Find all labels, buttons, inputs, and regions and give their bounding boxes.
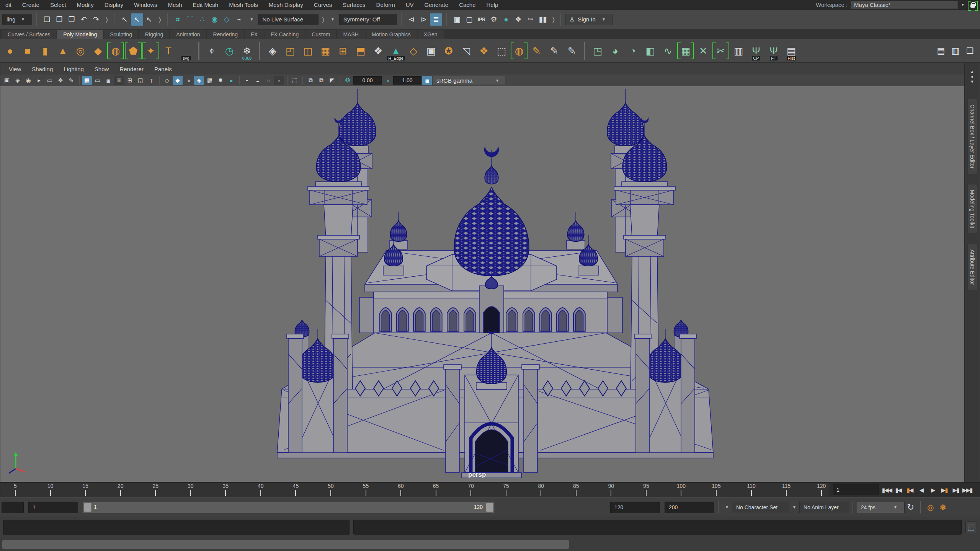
- time-tick-30[interactable]: 30: [183, 483, 198, 496]
- snap-point-icon[interactable]: ∴: [196, 13, 208, 26]
- triangulate-icon[interactable]: ❖: [370, 41, 387, 61]
- menu-display[interactable]: Display: [99, 0, 129, 10]
- poly-cube-icon[interactable]: ■: [19, 41, 36, 61]
- panel-menu-show[interactable]: Show: [89, 66, 114, 72]
- poly-cone-icon[interactable]: ▲: [54, 41, 71, 61]
- exposure-aperture-icon[interactable]: ❂: [343, 76, 353, 85]
- gate-mask-icon[interactable]: ▣: [114, 76, 124, 85]
- dock-down-icon[interactable]: ▼: [970, 80, 974, 83]
- select-camera-icon[interactable]: ▣: [2, 76, 12, 85]
- toggle-attribute-editor-icon[interactable]: ▤: [935, 45, 947, 57]
- time-tick-95[interactable]: 95: [639, 483, 654, 496]
- construction-aim-icon[interactable]: ⌖: [203, 41, 220, 61]
- time-tick-55[interactable]: 55: [358, 483, 374, 496]
- anti-alias-icon[interactable]: ▪: [274, 76, 284, 85]
- go-to-end-button[interactable]: ▶▶▮: [962, 484, 973, 496]
- range-start-handle[interactable]: [84, 503, 91, 512]
- ft-axis-icon[interactable]: ΨFT: [765, 41, 782, 61]
- input-connections-icon[interactable]: ⊲: [405, 13, 418, 26]
- circularize-icon[interactable]: ✪: [440, 41, 457, 61]
- dock-handle-icon[interactable]: ●: [971, 75, 973, 78]
- separator[interactable]: [36, 13, 38, 26]
- gamma-contrast-icon[interactable]: ◑: [382, 76, 392, 85]
- time-tick-50[interactable]: 50: [323, 483, 338, 496]
- wireframe-icon[interactable]: ◇: [162, 76, 172, 85]
- gamma-field[interactable]: 1.00: [393, 76, 421, 85]
- output-connections-icon[interactable]: ⊳: [418, 13, 430, 26]
- time-tick-85[interactable]: 85: [568, 483, 584, 496]
- mirror-icon[interactable]: ◫: [299, 41, 316, 61]
- shaded-icon[interactable]: ◆: [173, 76, 183, 85]
- textured-icon[interactable]: ◑: [183, 76, 193, 85]
- uv-plane-icon[interactable]: ◳: [589, 41, 606, 61]
- time-tick-15[interactable]: 15: [78, 483, 93, 496]
- range-slider-track[interactable]: 1 120: [83, 502, 495, 513]
- step-back-frame-button[interactable]: ▮◀: [904, 484, 915, 496]
- cp-axis-icon[interactable]: ΨCP: [748, 41, 764, 61]
- bookmark-icon[interactable]: ▸: [34, 76, 44, 85]
- play-backward-button[interactable]: ◀: [916, 484, 927, 496]
- poly-cylinder-icon[interactable]: ▮: [37, 41, 54, 61]
- grease-pencil-icon[interactable]: ✎: [66, 76, 76, 85]
- time-tick-70[interactable]: 70: [463, 483, 479, 496]
- workspace-lock-button[interactable]: [968, 1, 978, 9]
- uv-cube-icon[interactable]: ◧: [642, 41, 659, 61]
- target-weld-icon[interactable]: ▣: [423, 41, 439, 61]
- safe-title-icon[interactable]: T: [146, 76, 156, 85]
- step-forward-key-button[interactable]: ▶▮: [950, 484, 961, 496]
- viewport-canvas[interactable]: [0, 86, 964, 482]
- snap-projected-center-icon[interactable]: ◉: [208, 13, 220, 26]
- select-component-icon[interactable]: ↖: [143, 13, 155, 26]
- time-tick-40[interactable]: 40: [253, 483, 268, 496]
- smooth-icon[interactable]: ◇: [405, 41, 422, 61]
- animation-preferences-icon[interactable]: ❃: [937, 501, 949, 514]
- new-scene-icon[interactable]: ❏: [41, 13, 53, 26]
- undo-icon[interactable]: ↶: [78, 13, 90, 26]
- script-editor-button[interactable]: ⿺: [965, 522, 977, 533]
- time-tick-105[interactable]: 105: [709, 483, 724, 496]
- panel-menu-lighting[interactable]: Lighting: [58, 66, 89, 72]
- separator[interactable]: [400, 13, 402, 26]
- menu-generate[interactable]: Generate: [419, 0, 454, 10]
- all-lights-icon[interactable]: ✹: [216, 76, 225, 85]
- time-tick-5[interactable]: 5: [8, 483, 23, 496]
- time-ruler[interactable]: 5101520253035404550556065707580859095100…: [0, 483, 830, 497]
- render-settings-icon[interactable]: ⚙: [488, 13, 500, 26]
- construction-history-icon[interactable]: ≣: [430, 13, 442, 26]
- ambient-occlusion-icon[interactable]: ◒: [253, 76, 263, 85]
- expand-arrow-icon[interactable]: ❭: [104, 16, 110, 23]
- step-back-key-button[interactable]: ▮◀: [893, 484, 904, 496]
- default-material-icon[interactable]: ▩: [205, 76, 215, 85]
- poly-sphere-icon[interactable]: ●: [2, 41, 18, 61]
- crease-tool-icon[interactable]: ✎: [528, 41, 545, 61]
- menu-create[interactable]: Create: [17, 0, 45, 10]
- field-chart-icon[interactable]: ⊞: [125, 76, 135, 85]
- separator[interactable]: [166, 13, 168, 26]
- toggle-channel-box-icon[interactable]: ❏: [964, 45, 976, 57]
- current-frame-field[interactable]: 1: [833, 484, 879, 495]
- animation-start-field[interactable]: [2, 502, 24, 513]
- character-set-caret-icon[interactable]: ▼: [725, 505, 729, 509]
- workspace-caret-icon[interactable]: ▼: [961, 3, 965, 7]
- expand-arrow-icon[interactable]: ❭: [157, 16, 163, 23]
- select-object-icon[interactable]: ↖: [131, 13, 143, 26]
- xray-icon[interactable]: ⧉: [305, 76, 315, 85]
- uv-cut-sew-icon[interactable]: ✂: [712, 41, 729, 61]
- snap-grid-icon[interactable]: ⌗: [172, 13, 184, 26]
- sign-in-button[interactable]: ♙ Sign In ▼: [565, 14, 613, 25]
- spread-icon[interactable]: ❖: [475, 41, 492, 61]
- playback-start-field[interactable]: 1: [28, 502, 78, 513]
- light-editor-icon[interactable]: ●: [500, 13, 512, 26]
- shelf-tab-fx-caching[interactable]: FX Caching: [265, 30, 305, 39]
- film-gate-icon[interactable]: ▭: [93, 76, 103, 85]
- anim-layer-dropdown[interactable]: No Anim Layer: [799, 502, 849, 513]
- menu-surfaces[interactable]: Surfaces: [337, 0, 371, 10]
- select-hierarchy-icon[interactable]: ↖: [119, 13, 131, 26]
- time-tick-110[interactable]: 110: [744, 483, 759, 496]
- dock-tab-channel-box-layer-editor[interactable]: Channel Box / Layer Editor: [967, 99, 977, 174]
- shelf-tab-xgen[interactable]: XGen: [418, 30, 444, 39]
- time-tick-35[interactable]: 35: [218, 483, 233, 496]
- uv-unfold-icon[interactable]: ∿: [660, 41, 676, 61]
- layout-grid-icon[interactable]: ▥: [730, 41, 747, 61]
- viewport-3d[interactable]: persp: [0, 86, 964, 482]
